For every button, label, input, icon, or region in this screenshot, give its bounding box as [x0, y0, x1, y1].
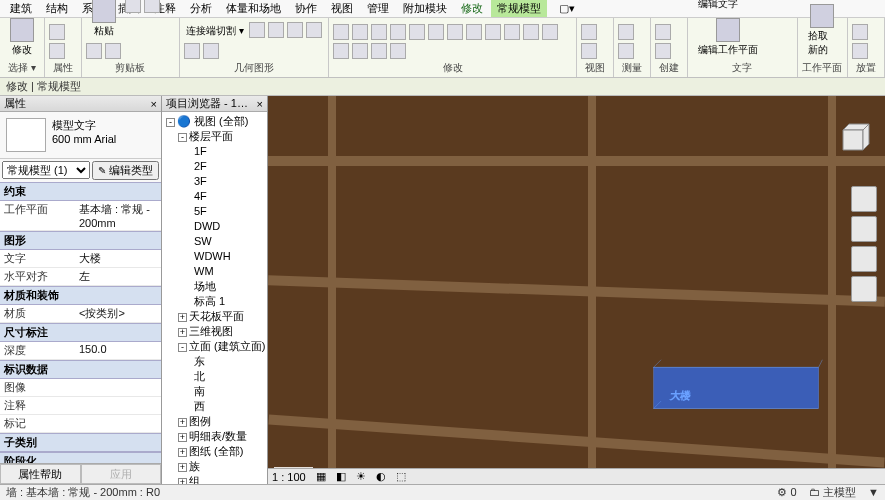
tree-node[interactable]: +明细表/数量 — [164, 429, 265, 444]
ribbon-big-button[interactable]: 修改 — [4, 16, 40, 59]
property-category[interactable]: 材质和装饰 — [0, 286, 161, 305]
main-model-label[interactable]: 🗀 主模型 — [809, 486, 856, 498]
expand-toggle[interactable]: + — [178, 448, 187, 457]
ribbon-small-button[interactable] — [268, 22, 284, 38]
ribbon-big-button[interactable]: 编辑工作平面 — [692, 16, 764, 59]
ribbon-big-button[interactable]: 拾取新的 — [802, 2, 843, 59]
ribbon-small-button[interactable] — [655, 43, 671, 59]
orbit-icon[interactable] — [851, 276, 877, 302]
property-category[interactable]: 图形 — [0, 231, 161, 250]
tree-node[interactable]: DWD — [164, 219, 265, 234]
tree-node[interactable]: +族 — [164, 459, 265, 474]
ribbon-small-button[interactable] — [581, 43, 597, 59]
expand-toggle[interactable]: + — [178, 313, 187, 322]
ribbon-small-button[interactable] — [542, 24, 558, 40]
property-row[interactable]: 图像 — [0, 379, 161, 397]
tree-node[interactable]: -楼层平面 — [164, 129, 265, 144]
property-value[interactable]: 大楼 — [75, 250, 161, 267]
property-value[interactable] — [75, 397, 161, 414]
tree-node[interactable]: +天花板平面 — [164, 309, 265, 324]
pan-icon[interactable] — [851, 216, 877, 242]
tree-node[interactable]: 西 — [164, 399, 265, 414]
property-category[interactable]: 尺寸标注 — [0, 323, 161, 342]
property-row[interactable]: 材质<按类别> — [0, 305, 161, 323]
property-value[interactable]: 基本墙 : 常规 - 200mm — [75, 201, 161, 230]
steering-wheel-icon[interactable] — [851, 186, 877, 212]
ribbon-small-button[interactable] — [447, 24, 463, 40]
expand-toggle[interactable]: - — [178, 343, 187, 352]
ribbon-small-button[interactable] — [581, 24, 597, 40]
ribbon-big-button[interactable]: 编辑文字 — [692, 0, 744, 13]
tree-node[interactable]: 3F — [164, 174, 265, 189]
crop-icon[interactable]: ⬚ — [396, 470, 406, 483]
ribbon-small-button[interactable] — [409, 24, 425, 40]
shadows-icon[interactable]: ◐ — [376, 470, 386, 483]
property-category[interactable]: 子类别 — [0, 433, 161, 452]
property-row[interactable]: 注释 — [0, 397, 161, 415]
ribbon-small-button[interactable] — [852, 24, 868, 40]
tree-node[interactable]: 标高 1 — [164, 294, 265, 309]
expand-toggle[interactable]: + — [178, 478, 187, 484]
ribbon-small-button[interactable] — [249, 22, 265, 38]
ribbon-small-button[interactable] — [203, 43, 219, 59]
ribbon-dropdown[interactable]: 连接端切割 ▾ — [184, 22, 246, 40]
expand-toggle[interactable]: + — [178, 418, 187, 427]
ribbon-small-button[interactable] — [333, 43, 349, 59]
selected-model-text[interactable]: 大楼 — [648, 356, 828, 416]
property-value[interactable]: <按类别> — [75, 305, 161, 322]
property-category[interactable]: 标识数据 — [0, 360, 161, 379]
ribbon-small-button[interactable] — [49, 24, 65, 40]
3d-view-canvas[interactable]: 大楼 1 : 100 1 : 100 ▦ ◧ — [268, 96, 885, 484]
ribbon-small-button[interactable] — [306, 22, 322, 38]
tree-node[interactable]: +组 — [164, 474, 265, 484]
ribbon-small-button[interactable] — [287, 22, 303, 38]
tree-node[interactable]: 南 — [164, 384, 265, 399]
tree-node[interactable]: SW — [164, 234, 265, 249]
menu-item[interactable]: 分析 — [184, 1, 218, 16]
ribbon-small-button[interactable] — [86, 43, 102, 59]
property-value[interactable]: 左 — [75, 268, 161, 285]
tree-node[interactable]: 4F — [164, 189, 265, 204]
expand-toggle[interactable]: - — [178, 133, 187, 142]
property-row[interactable]: 标记 — [0, 415, 161, 433]
menu-item[interactable]: 体量和场地 — [220, 1, 287, 16]
ribbon-small-button[interactable] — [485, 24, 501, 40]
tree-node[interactable]: +三维视图 — [164, 324, 265, 339]
ribbon-small-button[interactable] — [352, 43, 368, 59]
property-row[interactable]: 深度150.0 — [0, 342, 161, 360]
properties-help-button[interactable]: 属性帮助 — [0, 464, 81, 484]
ribbon-small-button[interactable] — [504, 24, 520, 40]
menu-item[interactable]: 修改 — [455, 1, 489, 16]
menu-item[interactable]: 建筑 — [4, 1, 38, 16]
expand-toggle[interactable]: + — [178, 463, 187, 472]
workset-icon[interactable]: ⚙ 0 — [777, 486, 796, 498]
tree-node[interactable]: +图纸 (全部) — [164, 444, 265, 459]
menu-item[interactable]: 协作 — [289, 1, 323, 16]
ribbon-small-button[interactable] — [352, 24, 368, 40]
tree-node[interactable]: +图例 — [164, 414, 265, 429]
ribbon-small-button[interactable] — [105, 43, 121, 59]
ribbon-small-button[interactable] — [390, 43, 406, 59]
tree-node[interactable]: 东 — [164, 354, 265, 369]
ribbon-small-button[interactable] — [655, 24, 671, 40]
ribbon-small-button[interactable] — [852, 43, 868, 59]
tree-node[interactable]: 场地 — [164, 279, 265, 294]
ribbon-small-button[interactable] — [49, 43, 65, 59]
close-icon[interactable]: × — [257, 98, 263, 110]
tree-node[interactable]: 5F — [164, 204, 265, 219]
expand-toggle[interactable]: + — [178, 433, 187, 442]
ribbon-small-button[interactable] — [184, 43, 200, 59]
tree-node[interactable]: -立面 (建筑立面) — [164, 339, 265, 354]
property-value[interactable] — [75, 415, 161, 432]
ribbon-small-button[interactable] — [144, 0, 160, 13]
property-row[interactable]: 水平对齐左 — [0, 268, 161, 286]
scale-label[interactable]: 1 : 100 — [272, 471, 306, 483]
menu-item[interactable]: 结构 — [40, 1, 74, 16]
menu-item-active[interactable]: 常规模型 — [491, 0, 547, 17]
property-value[interactable]: 150.0 — [75, 342, 161, 359]
tree-node[interactable]: WM — [164, 264, 265, 279]
property-row[interactable]: 文字大楼 — [0, 250, 161, 268]
menu-item[interactable]: 管理 — [361, 1, 395, 16]
property-value[interactable] — [75, 379, 161, 396]
tree-node[interactable]: 2F — [164, 159, 265, 174]
